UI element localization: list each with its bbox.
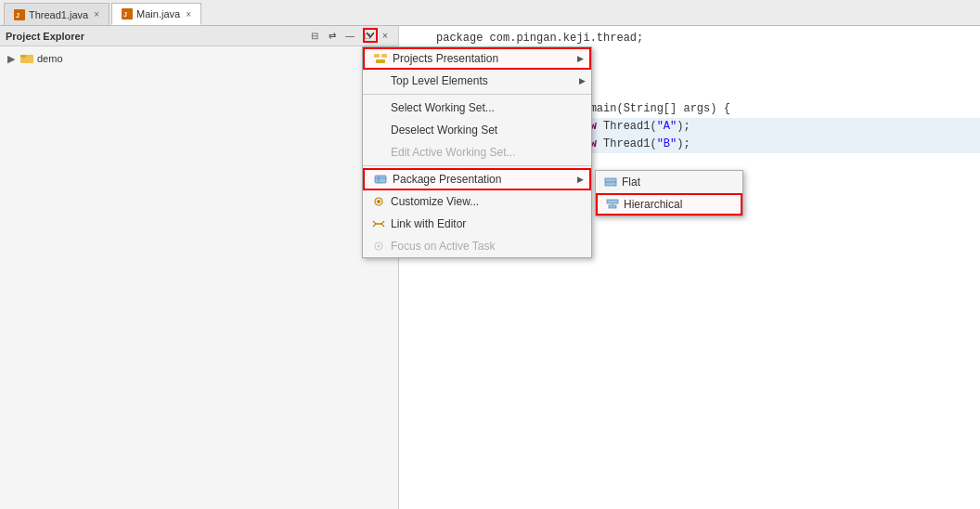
menu-item-package-presentation[interactable]: Package Presentation Flat <box>363 168 591 190</box>
java-file-icon-main: J <box>122 8 133 20</box>
sidebar-actions: ⊟ ⇄ — □ × <box>307 29 393 44</box>
svg-rect-6 <box>374 54 380 58</box>
svg-text:J: J <box>16 12 19 19</box>
projects-icon <box>372 51 389 66</box>
line-content-1: package com.pingan.keji.thread; <box>436 30 643 47</box>
separator-1 <box>363 94 591 95</box>
tab-main-label: Main.java <box>136 8 180 20</box>
collapse-all-btn[interactable]: ⊟ <box>307 29 322 44</box>
tab-bar: J Thread1.java × J Main.java × <box>0 0 980 26</box>
view-dropdown-menu: Projects Presentation Top Level Elements… <box>362 46 592 258</box>
menu-item-deselect-working-set[interactable]: Deselect Working Set <box>363 119 591 141</box>
svg-text:J: J <box>123 11 127 18</box>
submenu-item-hierarchical[interactable]: Hierarchical <box>596 193 742 215</box>
sidebar-title: Project Explorer <box>6 31 84 42</box>
tab-thread1-close[interactable]: × <box>94 9 99 20</box>
svg-rect-7 <box>381 54 387 58</box>
java-file-icon: J <box>14 9 25 20</box>
menu-item-customize-view[interactable]: Customize View... <box>363 190 591 213</box>
svg-point-18 <box>377 200 380 203</box>
link-editor-icon <box>370 216 387 231</box>
tab-thread1-label: Thread1.java <box>29 9 88 20</box>
menu-item-focus-task-label: Focus on Active Task <box>391 240 496 253</box>
select-ws-icon <box>370 100 387 115</box>
tab-thread1[interactable]: J Thread1.java × <box>4 3 110 25</box>
sidebar-content: ▶ demo <box>0 46 398 509</box>
chevron-down-icon <box>367 33 374 38</box>
menu-item-top-level[interactable]: Top Level Elements <box>363 70 591 92</box>
view-menu-button[interactable] <box>363 28 378 43</box>
package-icon <box>372 172 389 187</box>
customize-icon <box>370 194 387 209</box>
menu-item-edit-active-ws: Edit Active Working Set... <box>363 141 591 163</box>
svg-point-20 <box>378 245 380 248</box>
tree-item-demo[interactable]: ▶ demo <box>0 50 398 67</box>
menu-item-projects-presentation-label: Projects Presentation <box>393 52 498 65</box>
ide-container: J Thread1.java × J Main.java × Project E… <box>0 0 980 509</box>
submenu-item-hierarchical-label: Hierarchical <box>624 198 682 211</box>
menu-item-edit-ws-label: Edit Active Working Set... <box>391 146 516 159</box>
top-level-icon <box>370 73 387 88</box>
svg-rect-5 <box>20 55 26 58</box>
svg-rect-15 <box>609 205 616 208</box>
menu-item-deselect-ws-label: Deselect Working Set <box>391 124 497 137</box>
minimize-btn[interactable]: — <box>342 29 357 44</box>
submenu-item-flat[interactable]: Flat <box>596 171 742 193</box>
focus-task-icon <box>370 239 387 254</box>
link-editor-btn[interactable]: ⇄ <box>325 29 340 44</box>
menu-item-focus-active-task: Focus on Active Task <box>363 235 591 257</box>
svg-rect-14 <box>607 200 618 203</box>
tab-main-close[interactable]: × <box>186 9 191 20</box>
svg-rect-8 <box>376 59 385 63</box>
menu-item-link-editor[interactable]: Link with Editor <box>363 213 591 235</box>
menu-item-projects-presentation[interactable]: Projects Presentation <box>363 47 591 70</box>
tree-arrow-icon: ▶ <box>7 53 19 64</box>
menu-item-top-level-label: Top Level Elements <box>391 74 488 87</box>
tab-main[interactable]: J Main.java × <box>111 3 201 25</box>
hierarchical-icon <box>605 198 620 211</box>
menu-item-select-ws-label: Select Working Set... <box>391 101 495 114</box>
tree-item-demo-label: demo <box>37 53 63 64</box>
menu-item-link-editor-label: Link with Editor <box>391 217 466 230</box>
submenu-item-flat-label: Flat <box>622 176 640 189</box>
sidebar-header: Project Explorer ⊟ ⇄ — □ × <box>0 26 398 46</box>
edit-ws-icon <box>370 145 387 160</box>
close-btn[interactable]: × <box>378 29 393 44</box>
menu-item-select-working-set[interactable]: Select Working Set... <box>363 97 591 119</box>
menu-item-package-presentation-label: Package Presentation <box>393 173 501 186</box>
package-submenu: Flat Hierarchical <box>595 170 743 216</box>
project-folder-icon <box>20 52 33 65</box>
svg-rect-9 <box>375 176 386 183</box>
project-explorer-panel: Project Explorer ⊟ ⇄ — □ × <box>0 26 399 509</box>
deselect-ws-icon <box>370 123 387 137</box>
main-area: Project Explorer ⊟ ⇄ — □ × <box>0 26 980 509</box>
flat-icon <box>603 176 618 189</box>
separator-2 <box>363 165 591 166</box>
menu-item-customize-label: Customize View... <box>391 195 479 208</box>
code-line-1: package com.pingan.keji.thread; <box>399 30 980 47</box>
